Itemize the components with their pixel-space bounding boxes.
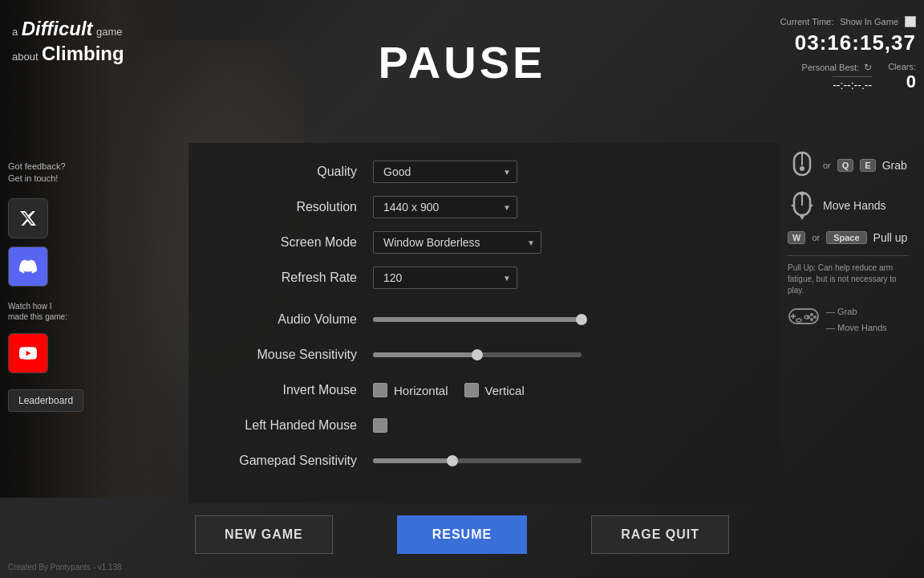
resolution-label: Resolution xyxy=(213,200,373,214)
rage-quit-button[interactable]: RAGE QUIT xyxy=(591,515,729,554)
gamepad-grab-label: Grab xyxy=(837,307,857,316)
invert-horizontal-label: Horizontal xyxy=(394,384,448,397)
invert-vertical-checkbox[interactable] xyxy=(464,383,479,397)
feedback-text: Got feedback? Get in touch! xyxy=(8,161,83,185)
title-middle: game xyxy=(96,26,123,38)
twitter-button[interactable] xyxy=(8,198,48,238)
grab-or: or xyxy=(823,161,831,170)
screen-mode-select[interactable]: Window Borderless Fullscreen Windowed xyxy=(373,231,541,254)
discord-button[interactable] xyxy=(8,246,48,287)
gamepad-sensitivity-label: Gamepad Sensitivity xyxy=(213,454,373,468)
svg-point-9 xyxy=(813,315,817,319)
pull-up-label: Pull up xyxy=(873,231,908,244)
screen-mode-row: Screen Mode Window Borderless Fullscreen… xyxy=(213,230,756,255)
key-w: W xyxy=(788,231,805,244)
show-in-game-checkbox[interactable] xyxy=(905,16,916,27)
resolution-select[interactable]: 1440 x 900 1280 x 720 1920 x 1080 xyxy=(373,196,517,218)
invert-vertical-item: Vertical xyxy=(464,383,525,397)
move-hands-label: Move Hands xyxy=(823,199,886,212)
refresh-icon[interactable]: ↻ xyxy=(864,62,872,73)
quality-label: Quality xyxy=(213,165,373,179)
resume-button[interactable]: RESUME xyxy=(397,515,527,554)
title-climbing: Climbing xyxy=(42,43,124,64)
quality-select[interactable]: Good Low Medium High Ultra xyxy=(373,161,517,183)
svg-point-12 xyxy=(796,319,801,322)
grab-label: Grab xyxy=(882,159,907,172)
key-e: E xyxy=(860,159,875,172)
game-title: a Difficult game about Climbing xyxy=(12,16,124,66)
personal-best-label: Personal Best: xyxy=(802,63,860,72)
pull-up-note: Pull Up: Can help reduce arm fatigue, bu… xyxy=(788,255,908,296)
timer-panel: Current Time: Show In Game 03:16:15,37 P… xyxy=(748,16,916,92)
key-q: Q xyxy=(837,159,854,172)
mouse-icon xyxy=(788,151,817,180)
resolution-row: Resolution 1440 x 900 1280 x 720 1920 x … xyxy=(213,194,756,220)
clears-value: 0 xyxy=(906,71,916,92)
invert-horizontal-checkbox[interactable] xyxy=(373,383,387,397)
screen-mode-label: Screen Mode xyxy=(213,235,373,250)
pull-up-or: or xyxy=(812,233,820,242)
left-handed-checkbox[interactable] xyxy=(373,418,387,433)
refresh-rate-select[interactable]: 120 60 144 240 xyxy=(373,267,517,289)
invert-mouse-row: Invert Mouse Horizontal Vertical xyxy=(213,377,756,403)
key-space: Space xyxy=(826,231,866,244)
timer-value: 03:16:15,37 xyxy=(748,31,916,55)
title-main: Difficult xyxy=(22,18,93,39)
mouse-sensitivity-row: Mouse Sensitivity xyxy=(213,342,756,368)
gamepad-sensitivity-row: Gamepad Sensitivity xyxy=(213,448,756,474)
grab-control-item: or Q E Grab xyxy=(788,151,908,180)
show-in-game-label: Show In Game xyxy=(840,17,898,26)
pause-title: PAUSE xyxy=(379,36,546,88)
resolution-dropdown-wrapper[interactable]: 1440 x 900 1280 x 720 1920 x 1080 ▼ xyxy=(373,196,517,218)
svg-point-11 xyxy=(810,318,813,321)
gamepad-icon xyxy=(788,304,820,332)
refresh-rate-row: Refresh Rate 120 60 144 240 ▼ xyxy=(213,265,756,291)
invert-mouse-label: Invert Mouse xyxy=(213,383,373,397)
audio-volume-row: Audio Volume xyxy=(213,307,756,332)
settings-panel: Quality Good Low Medium High Ultra ▼ Res… xyxy=(188,143,780,503)
new-game-button[interactable]: NEW GAME xyxy=(195,515,333,554)
youtube-button[interactable] xyxy=(8,333,48,373)
audio-volume-slider[interactable] xyxy=(373,317,582,322)
refresh-rate-dropdown-wrapper[interactable]: 120 60 144 240 ▼ xyxy=(373,267,517,289)
controls-panel: or Q E Grab Move Hands W or Space Pull u… xyxy=(780,143,916,344)
left-handed-label: Left Handed Mouse xyxy=(213,418,373,433)
invert-vertical-label: Vertical xyxy=(485,384,525,397)
invert-horizontal-item: Horizontal xyxy=(373,383,448,397)
gamepad-section: — Grab — Move Hands xyxy=(788,304,908,336)
leaderboard-button[interactable]: Leaderboard xyxy=(8,389,83,412)
gamepad-move-label: Move Hands xyxy=(837,323,887,332)
feedback-line1: Got feedback? xyxy=(8,161,83,173)
feedback-line2: Get in touch! xyxy=(8,173,83,185)
svg-point-8 xyxy=(810,313,813,316)
invert-mouse-group: Horizontal Vertical xyxy=(373,383,525,397)
left-sidebar: Got feedback? Get in touch! Watch how I … xyxy=(8,161,83,412)
pull-up-control-item: W or Space Pull up xyxy=(788,231,908,244)
screen-mode-dropdown-wrapper[interactable]: Window Borderless Fullscreen Windowed ▼ xyxy=(373,231,541,254)
audio-volume-label: Audio Volume xyxy=(213,312,373,327)
mouse-sensitivity-label: Mouse Sensitivity xyxy=(213,348,373,362)
left-handed-row: Left Handed Mouse xyxy=(213,413,756,438)
refresh-rate-label: Refresh Rate xyxy=(213,271,373,285)
gamepad-labels: — Grab — Move Hands xyxy=(826,304,887,336)
version-text: Created By Pontypants - v1.138 xyxy=(8,563,122,572)
current-time-label: Current Time: xyxy=(780,17,834,26)
title-about: about xyxy=(12,51,38,63)
mouse-sensitivity-slider[interactable] xyxy=(373,352,582,357)
watch-text: Watch how I made this game: xyxy=(8,301,83,322)
move-hands-control-item: Move Hands xyxy=(788,191,908,220)
quality-row: Quality Good Low Medium High Ultra ▼ xyxy=(213,159,756,185)
quality-dropdown-wrapper[interactable]: Good Low Medium High Ultra ▼ xyxy=(373,161,517,183)
bottom-bar: NEW GAME RESUME RAGE QUIT xyxy=(0,515,924,554)
pb-value: --:--:--.-- xyxy=(833,76,872,92)
move-hands-icon xyxy=(788,191,817,220)
svg-point-2 xyxy=(800,166,804,171)
svg-rect-7 xyxy=(791,315,796,317)
clears-label: Clears: xyxy=(888,62,916,71)
title-prefix: a xyxy=(12,26,18,38)
gamepad-sensitivity-slider[interactable] xyxy=(373,458,582,463)
